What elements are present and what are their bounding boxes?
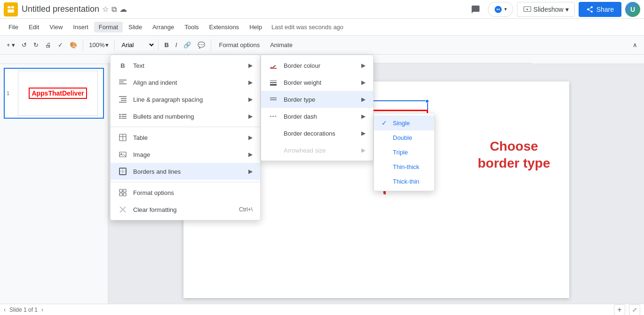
comment-button[interactable] [467,1,484,18]
menu-slide[interactable]: Slide [124,22,147,32]
border-type-single[interactable]: ✓ Single [374,115,434,130]
toolbar-paintformat-button[interactable]: 🎨 [67,40,80,50]
svg-rect-30 [123,189,126,192]
toolbar-link-button[interactable]: 🔗 [181,40,194,50]
toolbar-add-button[interactable]: + ▾ [4,40,18,50]
border-weight-item[interactable]: Border weight ▶ [261,74,373,91]
border-type-chevron: ▶ [361,96,366,103]
text-chevron: ▶ [248,62,253,69]
border-colour-chevron: ▶ [361,62,366,69]
toolbar-collapse-button[interactable]: ∧ [630,40,640,50]
menu-extensions[interactable]: Extensions [205,22,244,32]
border-weight-chevron: ▶ [361,79,366,86]
user-avatar[interactable]: U [625,2,640,17]
format-options-item[interactable]: Format options [111,184,260,201]
menu-view[interactable]: View [45,22,67,32]
border-colour-item[interactable]: Border colour ▶ [261,57,373,74]
format-align-label: Align and indent [133,79,243,86]
page-indicator: Slide 1 of 1 [9,307,38,313]
handle-tr[interactable] [425,99,429,103]
menu-edit[interactable]: Edit [24,22,44,32]
zoom-control[interactable]: 100% ▾ [86,40,111,50]
bottom-bar: ‹ Slide 1 of 1 › + ⤢ [0,304,644,315]
font-selector[interactable]: Arial [118,39,155,51]
format-borders-item[interactable]: Borders and lines ▶ [111,163,260,180]
menu-insert[interactable]: Insert [68,22,93,32]
format-table-item[interactable]: Table ▶ [111,129,260,146]
toolbar-print-button[interactable]: 🖨 [42,40,54,50]
svg-rect-1 [11,6,14,8]
border-dash-item[interactable]: Border dash ▶ [261,108,373,125]
border-type-triple[interactable]: Triple [374,145,434,160]
toolbar-comment-button[interactable]: 💬 [195,40,208,50]
bullets-chevron: ▶ [248,113,253,120]
toolbar-separator-1 [83,40,83,51]
menu-help[interactable]: Help [245,22,267,32]
add-page-button[interactable]: + [614,304,625,315]
clear-formatting-item[interactable]: Clear formatting Ctrl+\ [111,201,260,218]
format-bullets-item[interactable]: Bullets and numbering ▶ [111,108,260,125]
app-logo [4,2,18,16]
svg-rect-31 [119,193,122,196]
format-menu-section-2: Table ▶ Image ▶ Borders and lines ▶ [111,127,260,182]
spacing-chevron: ▶ [248,96,253,103]
align-icon [118,78,127,87]
slideshow-button[interactable]: Slideshow ▾ [517,2,575,17]
toolbar-undo-button[interactable]: ↺ [19,40,30,50]
format-align-item[interactable]: Align and indent ▶ [111,74,260,91]
format-bullets-label: Bullets and numbering [133,113,243,120]
table-chevron: ▶ [248,134,253,141]
single-check: ✓ [382,119,389,127]
share-button[interactable]: Share [579,2,621,17]
format-menu-section-1: B Text ▶ Align and indent ▶ Line & parag… [111,55,260,127]
menu-format[interactable]: Format [94,22,123,32]
toolbar-spellcheck-button[interactable]: ✓ [55,40,66,50]
arrowhead-size-item: Arrowhead size ▶ [261,142,373,159]
page-nav-left[interactable]: ‹ [4,307,6,313]
format-options-label: Format options [133,189,253,196]
arrowhead-size-icon [269,145,278,155]
menu-tools[interactable]: Tools [180,22,203,32]
border-type-double[interactable]: Double [374,130,434,145]
toolbar-separator-3 [158,40,159,51]
format-menu-section-3: Format options Clear formatting Ctrl+\ [111,182,260,220]
bold-icon: B [118,61,127,70]
border-dash-chevron: ▶ [361,113,366,120]
menu-file[interactable]: File [4,22,23,32]
border-type-thick-thin[interactable]: Thick-thin [374,174,434,189]
align-chevron: ▶ [248,79,253,86]
toolbar-bold-button[interactable]: B [161,40,171,50]
folder-icon[interactable]: ⧉ [111,5,117,14]
meet-button[interactable]: ▾ [488,2,513,17]
expand-button[interactable]: ⤢ [629,304,640,315]
animate-button[interactable]: Animate [265,40,297,50]
cloud-icon[interactable]: ☁ [119,5,127,14]
borders-icon [118,167,127,176]
page-nav-right[interactable]: › [41,307,43,313]
arrowhead-size-label: Arrowhead size [284,147,356,154]
svg-rect-26 [119,168,126,175]
format-options-button[interactable]: Format options [214,40,264,50]
slide-thumbnail[interactable]: 1 AppsThatDeliver [4,68,104,119]
format-spacing-item[interactable]: Line & paragraph spacing ▶ [111,91,260,108]
menu-arrange[interactable]: Arrange [148,22,179,32]
border-type-dropdown: ✓ Single Double Triple Thin-thick Thick-… [374,113,435,191]
document-title[interactable]: Untitled presentation [22,4,99,15]
format-image-item[interactable]: Image ▶ [111,146,260,163]
format-dropdown: B Text ▶ Align and indent ▶ Line & parag… [110,55,261,220]
border-dash-icon [269,112,278,121]
border-colour-label: Border colour [284,62,356,69]
border-type-item[interactable]: Border type ▶ [261,91,373,108]
star-icon[interactable]: ☆ [102,5,109,14]
svg-rect-32 [123,193,126,196]
image-icon [118,150,127,159]
toolbar-redo-button[interactable]: ↻ [31,40,41,50]
format-text-item[interactable]: B Text ▶ [111,57,260,74]
border-decorations-item[interactable]: Border decorations ▶ [261,125,373,142]
border-decorations-chevron: ▶ [361,130,366,137]
zoom-chevron: ▾ [105,41,109,48]
format-text-label: Text [133,62,243,69]
toolbar-italic-button[interactable]: I [173,40,180,50]
border-type-thin-thick[interactable]: Thin-thick [374,160,434,174]
borders-chevron: ▶ [248,168,253,175]
